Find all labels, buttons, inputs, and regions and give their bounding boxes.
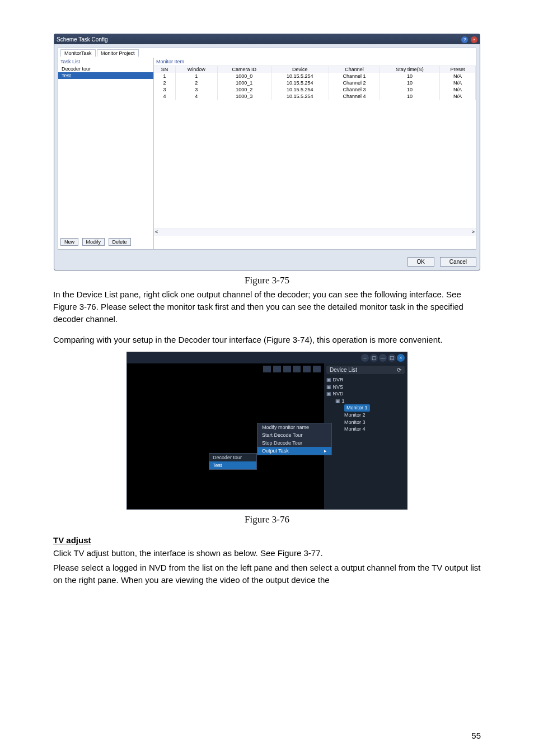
table-cell: N/A [440, 73, 476, 80]
table-cell: 1000_2 [217, 86, 271, 93]
col-stay-time[interactable]: Stay time(S) [380, 66, 440, 73]
restore-icon[interactable]: ◱ [388, 354, 396, 362]
figure-caption-2: Figure 3-76 [53, 514, 481, 525]
monitor-node[interactable]: Monitor 2 [344, 412, 405, 419]
table-cell: 10.15.5.254 [271, 93, 329, 100]
horizontal-scrollbar[interactable]: < > [154, 228, 476, 236]
refresh-icon[interactable]: ⟳ [397, 367, 401, 373]
tab-strip: MonitorTask Monitor Project [58, 48, 476, 58]
monitor-item-panel: Monitor Item SN Window Camera ID Device … [154, 58, 476, 249]
task-list-item[interactable]: Decoder tour [58, 66, 153, 72]
table-cell: 1 [154, 73, 175, 80]
layout-icon[interactable] [303, 366, 311, 372]
table-cell: N/A [440, 93, 476, 100]
task-list-item-selected[interactable]: Test [58, 72, 153, 79]
table-row[interactable]: 331000_210.15.5.254Channel 310N/A [154, 86, 476, 93]
tab-monitor-project[interactable]: Monitor Project [97, 49, 139, 57]
screenshot-device-list-context: – ▢ — ◱ × Device List ⟳ [127, 352, 407, 510]
col-camera-id[interactable]: Camera ID [217, 66, 271, 73]
table-cell: 10 [380, 86, 440, 93]
monitor-node[interactable]: Monitor 3 [344, 419, 405, 426]
round-icon[interactable]: – [361, 354, 369, 362]
table-cell: 2 [175, 80, 217, 86]
tree-node-dvr[interactable]: DVR [326, 376, 405, 384]
layout-icon[interactable] [293, 366, 301, 372]
close-icon[interactable]: × [397, 354, 405, 362]
close-icon[interactable]: × [471, 36, 477, 43]
body-text: Please select a logged in NVD from the l… [53, 562, 481, 586]
screenshot-scheme-task-config: Scheme Task Config ? × MonitorTask Monit… [54, 34, 480, 270]
ctx-output-task[interactable]: Output Task ▸ [257, 447, 331, 455]
table-row[interactable]: 111000_010.15.5.254Channel 110N/A [154, 73, 476, 80]
layout-icon[interactable] [263, 366, 271, 372]
cancel-button[interactable]: Cancel [440, 257, 476, 267]
layout-icon[interactable] [273, 366, 281, 372]
col-preset[interactable]: Preset [440, 66, 476, 73]
chevron-right-icon: ▸ [324, 448, 327, 454]
chevron-left-icon[interactable]: < [155, 229, 158, 236]
device-tree: DVR NVS NVD 1 Monitor 1 Monitor 2 Monito… [326, 376, 405, 433]
table-cell: Channel 1 [329, 73, 380, 80]
layout-icon[interactable] [313, 366, 321, 372]
table-cell: 3 [154, 86, 175, 93]
col-channel[interactable]: Channel [329, 66, 380, 73]
delete-button[interactable]: Delete [109, 238, 131, 246]
table-cell: 1000_0 [217, 73, 271, 80]
tree-node-nvs[interactable]: NVS [326, 384, 405, 391]
table-cell: 3 [175, 86, 217, 93]
monitor-item-header: Monitor Item [154, 58, 476, 66]
window-controls: ? × [460, 36, 477, 43]
ctx-start-decode-tour[interactable]: Start Decode Tour [257, 431, 331, 439]
help-icon[interactable]: ? [461, 36, 468, 43]
table-cell: 10 [380, 93, 440, 100]
table-cell: 10 [380, 73, 440, 80]
col-sn[interactable]: SN [154, 66, 175, 73]
table-cell: 10 [380, 80, 440, 86]
table-cell: 10.15.5.254 [271, 80, 329, 86]
minimize-icon[interactable]: — [379, 354, 387, 362]
tab-monitor-task[interactable]: MonitorTask [60, 49, 96, 57]
table-cell: Channel 4 [329, 93, 380, 100]
body-text: Click TV adjust button, the interface is… [53, 547, 481, 559]
output-task-submenu: Decoder tour Test [209, 453, 257, 470]
table-cell: 1000_3 [217, 93, 271, 100]
chevron-right-icon[interactable]: > [472, 229, 475, 236]
monitor-node-selected[interactable]: Monitor 1 [344, 404, 370, 412]
new-button[interactable]: New [60, 238, 78, 246]
window-title: Scheme Task Config [57, 36, 108, 43]
submenu-header: Decoder tour [209, 454, 256, 461]
ctx-modify-monitor-name[interactable]: Modify monitor name [257, 423, 331, 431]
table-cell: 10.15.5.254 [271, 73, 329, 80]
table-row[interactable]: 221000_110.15.5.254Channel 210N/A [154, 80, 476, 86]
table-cell: N/A [440, 80, 476, 86]
body-text: In the Device List pane, right click one… [53, 288, 481, 325]
task-list-header: Task List [58, 58, 153, 66]
ok-button[interactable]: OK [407, 257, 434, 267]
layout-icon[interactable] [283, 366, 291, 372]
submenu-item-test[interactable]: Test [209, 461, 256, 469]
tree-node-nvd-1[interactable]: 1 [335, 398, 405, 405]
table-row[interactable]: 441000_310.15.5.254Channel 410N/A [154, 93, 476, 100]
monitor-node[interactable]: Monitor 4 [344, 426, 405, 433]
modify-button[interactable]: Modify [82, 238, 105, 246]
table-cell: 2 [154, 80, 175, 86]
window-controls-dark: – ▢ — ◱ × [127, 352, 407, 363]
table-cell: Channel 2 [329, 80, 380, 86]
page-number: 55 [471, 731, 481, 740]
table-cell: 4 [175, 93, 217, 100]
ctx-stop-decode-tour[interactable]: Stop Decode Tour [257, 439, 331, 447]
tree-node-nvd[interactable]: NVD [326, 390, 405, 398]
table-cell: 1 [175, 73, 217, 80]
device-list-title: Device List [330, 367, 357, 373]
view-icons [263, 366, 321, 374]
round-icon[interactable]: ▢ [370, 354, 378, 362]
section-heading-tv-adjust: TV adjust [53, 535, 481, 545]
window-titlebar: Scheme Task Config ? × [54, 34, 480, 44]
context-menu: Modify monitor name Start Decode Tour St… [257, 423, 332, 455]
device-list-panel: Device List ⟳ DVR NVS NVD 1 Monitor 1 Mo… [324, 363, 407, 509]
table-cell: Channel 3 [329, 86, 380, 93]
col-window[interactable]: Window [175, 66, 217, 73]
col-device[interactable]: Device [271, 66, 329, 73]
figure-caption-1: Figure 3-75 [53, 275, 481, 286]
task-list-panel: Task List Decoder tour Test New Modify D… [58, 58, 154, 249]
